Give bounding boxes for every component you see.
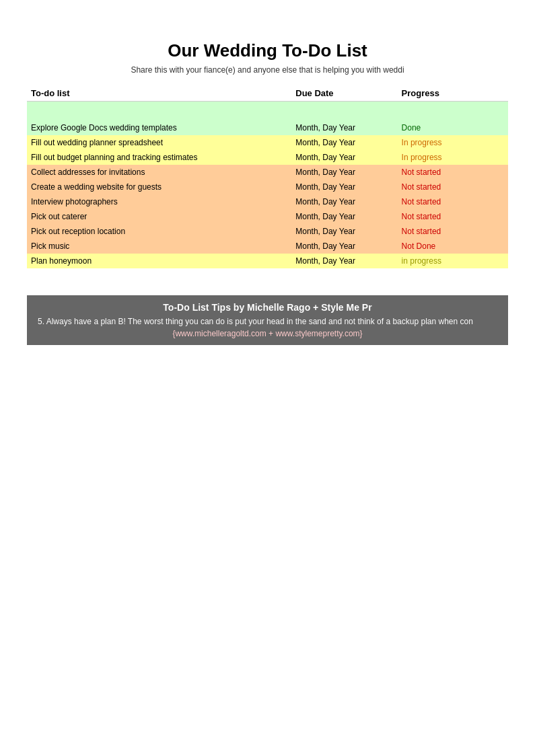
status-badge: Not started — [402, 227, 441, 236]
status-badge: Not started — [402, 182, 441, 192]
due-cell: Month, Day Year — [291, 165, 397, 180]
page-subtitle: Share this with your fiance(e) and anyon… — [27, 65, 508, 75]
todo-cell: Explore Google Docs wedding templates — [27, 120, 291, 135]
todo-cell: Plan honeymoon — [27, 254, 291, 268]
todo-cell: Create a wedding website for guests — [27, 180, 291, 194]
status-badge: In progress — [402, 153, 442, 162]
status-badge: Done — [402, 123, 421, 133]
todo-cell: Pick out reception location — [27, 224, 291, 239]
due-cell: Month, Day Year — [291, 254, 397, 268]
due-cell: Month, Day Year — [291, 135, 397, 150]
page: Our Wedding To-Do List Share this with y… — [0, 0, 535, 372]
table-row: Create a wedding website for guestsMonth… — [27, 180, 508, 194]
tips-body: 5. Always have a plan B! The worst thing… — [38, 317, 497, 326]
progress-cell: In progress — [398, 135, 508, 150]
due-cell: Month, Day Year — [291, 224, 397, 239]
todo-cell: Interview photographers — [27, 194, 291, 209]
todo-cell: Pick out caterer — [27, 209, 291, 224]
progress-cell: Not started — [398, 194, 508, 209]
progress-cell: Not started — [398, 209, 508, 224]
table-row: Collect addresses for invitationsMonth, … — [27, 165, 508, 180]
status-badge: Not started — [402, 167, 441, 177]
due-cell: Month, Day Year — [291, 120, 397, 135]
col-header-progress: Progress — [398, 85, 508, 102]
due-cell: Month, Day Year — [291, 180, 397, 194]
tips-credit: {www.michelleragoltd.com + www.stylemepr… — [38, 329, 497, 338]
page-title: Our Wedding To-Do List — [27, 40, 508, 61]
status-badge: Not started — [402, 212, 441, 221]
progress-cell: in progress — [398, 254, 508, 268]
progress-cell: Not started — [398, 224, 508, 239]
todo-cell: Fill out budget planning and tracking es… — [27, 150, 291, 165]
status-badge: Not Done — [402, 241, 436, 251]
status-badge: In progress — [402, 138, 442, 147]
table-row: Fill out wedding planner spreadsheetMont… — [27, 135, 508, 150]
status-badge: in progress — [402, 256, 441, 266]
progress-cell: Not Done — [398, 239, 508, 254]
table-row: Interview photographersMonth, Day YearNo… — [27, 194, 508, 209]
progress-cell: In progress — [398, 150, 508, 165]
col-header-due: Due Date — [291, 85, 397, 102]
due-cell: Month, Day Year — [291, 194, 397, 209]
due-cell — [291, 102, 397, 120]
due-cell: Month, Day Year — [291, 150, 397, 165]
table-row: Plan honeymoonMonth, Day Yearin progress — [27, 254, 508, 268]
todo-table: To-do list Due Date Progress Explore Goo… — [27, 85, 508, 268]
todo-cell: Fill out wedding planner spreadsheet — [27, 135, 291, 150]
table-row: Pick musicMonth, Day YearNot Done — [27, 239, 508, 254]
progress-cell: Not started — [398, 165, 508, 180]
tips-title: To-Do List Tips by Michelle Rago + Style… — [38, 302, 497, 313]
status-badge: Not started — [402, 197, 441, 206]
table-row: Fill out budget planning and tracking es… — [27, 150, 508, 165]
progress-cell — [398, 102, 508, 120]
due-cell: Month, Day Year — [291, 239, 397, 254]
todo-cell — [27, 102, 291, 120]
table-row: Pick out reception locationMonth, Day Ye… — [27, 224, 508, 239]
progress-cell: Done — [398, 120, 508, 135]
tips-section: To-Do List Tips by Michelle Rago + Style… — [27, 295, 508, 345]
col-header-todo: To-do list — [27, 85, 291, 102]
table-row: Pick out catererMonth, Day YearNot start… — [27, 209, 508, 224]
progress-cell: Not started — [398, 180, 508, 194]
todo-cell: Pick music — [27, 239, 291, 254]
table-row — [27, 102, 508, 120]
todo-cell: Collect addresses for invitations — [27, 165, 291, 180]
due-cell: Month, Day Year — [291, 209, 397, 224]
table-row: Explore Google Docs wedding templatesMon… — [27, 120, 508, 135]
